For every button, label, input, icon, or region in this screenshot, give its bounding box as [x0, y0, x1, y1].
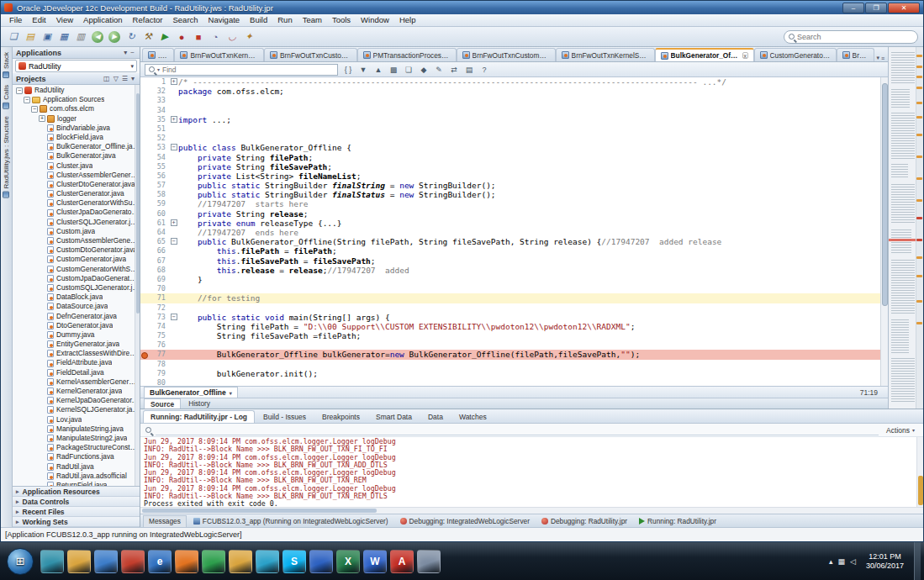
- menu-item-run[interactable]: Run: [272, 14, 297, 26]
- log-output[interactable]: Jun 29, 2017 8:09:14 PM com.ofss.elcm.lo…: [140, 437, 923, 507]
- expand-toggle-icon[interactable]: [39, 407, 45, 414]
- expand-toggle-icon[interactable]: [39, 351, 45, 357]
- highlight-all-icon[interactable]: ▩: [387, 63, 400, 76]
- annotation-mark[interactable]: [916, 55, 922, 57]
- expand-toggle-icon[interactable]: [39, 341, 45, 348]
- bookmark-icon[interactable]: ◆: [417, 63, 430, 76]
- expand-toggle-icon[interactable]: [39, 360, 45, 366]
- editor-scrollbar-thumb[interactable]: [882, 83, 888, 305]
- expand-toggle-icon[interactable]: [39, 162, 45, 169]
- taskbar-app-internet-explorer-icon[interactable]: e: [148, 550, 172, 573]
- code-line[interactable]: 68 this.release = release;//17947207 add…: [140, 266, 880, 275]
- breakpoint-margin[interactable]: [140, 162, 147, 171]
- editor-tab[interactable]: ...vax: [142, 48, 174, 61]
- expand-toggle-icon[interactable]: [39, 209, 45, 216]
- breakpoint-margin[interactable]: [140, 219, 147, 228]
- save-icon[interactable]: ▣: [40, 29, 55, 45]
- expand-toggle-icon[interactable]: [39, 435, 45, 442]
- tree-item[interactable]: DataBlock.java: [13, 293, 140, 302]
- accordion-data-controls[interactable]: Data Controls: [13, 497, 140, 507]
- annotation-mark[interactable]: [916, 275, 922, 277]
- tree-item[interactable]: RadFunctions.java: [13, 452, 140, 461]
- tree-item[interactable]: KernelSQLJGenerator.java: [13, 405, 140, 414]
- code-line[interactable]: 59 //17947207 starts here: [140, 199, 880, 208]
- code-line[interactable]: 54 private String filePath;: [140, 153, 880, 162]
- fold-toggle-icon[interactable]: [169, 171, 178, 181]
- find-box[interactable]: ▾: [145, 64, 338, 76]
- tree-scrollbar[interactable]: [135, 85, 140, 486]
- breakpoint-margin[interactable]: [140, 360, 147, 369]
- code-line[interactable]: 58 public static StringBuilder finalStat…: [140, 190, 880, 199]
- annotation-mark[interactable]: [916, 177, 922, 180]
- menu-item-edit[interactable]: Edit: [27, 14, 50, 26]
- expand-toggle-icon[interactable]: [39, 378, 45, 385]
- breakpoint-margin[interactable]: [140, 87, 147, 96]
- filter-icon[interactable]: ▽: [112, 75, 120, 82]
- fold-toggle-icon[interactable]: [169, 162, 178, 171]
- fold-toggle-icon[interactable]: [169, 293, 178, 303]
- log-tab[interactable]: Running: RadUtility.jpr - Log: [143, 410, 255, 423]
- open-folder-icon[interactable]: ▤: [23, 29, 38, 45]
- log-window-tab[interactable]: FCUBS12.0.3_app (Running on IntegratedWe…: [188, 515, 393, 527]
- taskbar-app-skype-icon[interactable]: S: [282, 550, 306, 573]
- expand-toggle-icon[interactable]: [39, 294, 45, 301]
- taskbar-app-photos-icon[interactable]: [94, 550, 118, 573]
- annotation-mark[interactable]: [916, 66, 922, 68]
- expand-toggle-icon[interactable]: [39, 454, 45, 461]
- maximize-button[interactable]: ❐: [865, 3, 887, 13]
- code-line[interactable]: 34: [140, 106, 880, 115]
- dock-tab-stack[interactable]: Stack: [3, 52, 10, 78]
- fold-toggle-icon[interactable]: [169, 124, 178, 134]
- code-line[interactable]: 66 this.filePath = filePath;: [140, 246, 880, 256]
- log-window-tab[interactable]: Running: RadUtility.jpr: [634, 515, 721, 527]
- code-line[interactable]: 76: [140, 340, 880, 350]
- new-file-icon[interactable]: ❏: [6, 29, 21, 45]
- log-filter-input[interactable]: [156, 425, 879, 435]
- editor-scrollbar[interactable]: [880, 77, 888, 386]
- code-line[interactable]: 56 private List<String> fileNameList;: [140, 171, 880, 181]
- tree-item[interactable]: DefnGenerator.java: [13, 312, 140, 321]
- code-line[interactable]: 79 bulkGenerator.init();: [140, 369, 880, 378]
- tree-item[interactable]: ClusterGenerator.java: [13, 189, 140, 198]
- fold-toggle-icon[interactable]: [169, 360, 178, 369]
- expand-toggle-icon[interactable]: −: [16, 87, 23, 94]
- save-all-icon[interactable]: ▦: [56, 29, 71, 45]
- taskbar-app-chat-icon[interactable]: [417, 550, 441, 573]
- breakpoint-margin[interactable]: [140, 143, 147, 152]
- code-line[interactable]: 67 this.fileSavePath = fileSavePath;: [140, 256, 880, 266]
- tree-item[interactable]: CustomDtoGenerator.java: [13, 245, 140, 255]
- fold-toggle-icon[interactable]: [169, 87, 178, 96]
- expand-toggle-icon[interactable]: [39, 425, 45, 432]
- tree-item[interactable]: ClusterGeneratorWithSuper...: [13, 198, 140, 208]
- package-view-icon[interactable]: ◫: [102, 75, 112, 82]
- tree-item[interactable]: RadUtil.java: [13, 462, 140, 472]
- taskbar-app-media-icon[interactable]: [40, 550, 64, 573]
- tree-item[interactable]: ManipulateString.java: [13, 424, 140, 434]
- log-scrollbar-thumb[interactable]: [918, 476, 923, 505]
- sort-icon[interactable]: ☰: [120, 75, 129, 82]
- view-tab-history[interactable]: History: [182, 398, 216, 409]
- annotation-mark[interactable]: [916, 156, 922, 158]
- show-desktop-button[interactable]: [914, 542, 921, 580]
- print-icon[interactable]: ▥: [73, 29, 88, 45]
- tree-item[interactable]: ManipulateString2.java: [13, 434, 140, 443]
- build-icon[interactable]: ⚒: [140, 29, 156, 45]
- run-icon[interactable]: ▶: [157, 29, 172, 45]
- start-button[interactable]: ⊞: [7, 548, 34, 575]
- tree-item[interactable]: BulkGenerator.java: [13, 151, 140, 161]
- taskbar-app-ide-icon[interactable]: [309, 550, 333, 573]
- accordion-working-sets[interactable]: Working Sets: [13, 517, 140, 527]
- minimize-button[interactable]: –: [842, 3, 864, 13]
- taskbar-app-folder-icon[interactable]: [229, 550, 252, 573]
- menu-item-refactor[interactable]: Refactor: [128, 14, 168, 26]
- chevron-down-icon[interactable]: ▾: [122, 49, 129, 56]
- log-window-tab[interactable]: Messages: [143, 515, 187, 527]
- expand-toggle-icon[interactable]: [39, 191, 45, 198]
- breakpoint-margin[interactable]: [140, 171, 147, 181]
- tree-item[interactable]: ClusterAssemblerGenerator...: [13, 171, 140, 180]
- fold-toggle-icon[interactable]: −: [169, 313, 178, 322]
- application-selector[interactable]: RadUtility ▾: [15, 60, 137, 72]
- taskbar-app-browser-icon[interactable]: [175, 550, 198, 573]
- expand-toggle-icon[interactable]: [39, 275, 45, 282]
- menu-item-file[interactable]: File: [4, 14, 27, 26]
